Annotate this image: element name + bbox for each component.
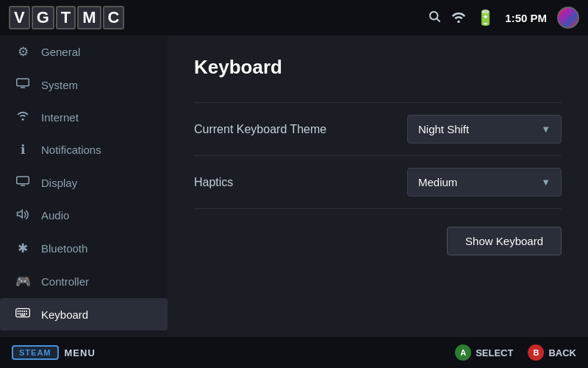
sidebar-label-internet: Internet xyxy=(41,111,79,124)
sidebar-item-system[interactable]: System xyxy=(0,68,168,101)
back-action[interactable]: B BACK xyxy=(528,344,576,361)
sidebar-label-display: Display xyxy=(41,177,77,189)
steam-button[interactable]: STEAM MENU xyxy=(12,345,96,360)
svg-point-2 xyxy=(458,20,460,22)
sidebar-label-keyboard: Keyboard xyxy=(41,308,88,321)
main-layout: ⚙ General System Internet ℹ xyxy=(0,35,588,337)
sidebar-item-audio[interactable]: Audio xyxy=(0,199,168,232)
theme-row: Current Keyboard Theme Night Shift ▼ xyxy=(194,102,562,156)
sidebar-label-system: System xyxy=(41,79,78,91)
svg-point-5 xyxy=(22,118,24,121)
svg-line-1 xyxy=(437,18,440,21)
sidebar-item-general[interactable]: ⚙ General xyxy=(0,35,168,68)
svg-rect-3 xyxy=(17,79,29,86)
haptics-dropdown-value: Medium xyxy=(418,176,457,188)
haptics-row: Haptics Medium ▼ xyxy=(194,156,562,209)
logo-letter-t: T xyxy=(56,6,76,29)
theme-dropdown[interactable]: Night Shift ▼ xyxy=(407,115,562,144)
sidebar-label-notifications: Notifications xyxy=(41,144,101,156)
back-label: BACK xyxy=(548,347,576,358)
theme-label: Current Keyboard Theme xyxy=(194,123,326,136)
logo-letter-c: C xyxy=(103,6,125,29)
internet-icon xyxy=(15,110,31,124)
select-label: SELECT xyxy=(476,347,513,358)
steam-logo: STEAM xyxy=(12,345,59,360)
display-icon xyxy=(15,175,31,190)
topbar-time: 1:50 PM xyxy=(505,12,547,24)
page-title: Keyboard xyxy=(194,56,562,79)
bluetooth-icon: ✱ xyxy=(15,241,31,256)
logo: V G T M C xyxy=(9,5,118,30)
sidebar-item-friends[interactable]: 👥 Friends & Chat xyxy=(0,330,168,337)
svg-rect-6 xyxy=(17,177,29,184)
sidebar-item-internet[interactable]: Internet xyxy=(0,101,168,133)
menu-label: MENU xyxy=(65,347,96,358)
haptics-dropdown-arrow: ▼ xyxy=(541,177,551,188)
logo-letter-g: G xyxy=(32,6,54,29)
select-action[interactable]: A SELECT xyxy=(455,344,513,361)
sidebar-label-general: General xyxy=(41,46,80,58)
search-icon[interactable] xyxy=(428,10,441,26)
audio-icon xyxy=(15,208,31,223)
sidebar-item-keyboard[interactable]: Keyboard xyxy=(0,298,168,330)
b-button: B xyxy=(528,344,544,361)
bottom-actions: A SELECT B BACK xyxy=(455,344,576,361)
svg-point-0 xyxy=(430,12,438,20)
content-area: Keyboard Current Keyboard Theme Night Sh… xyxy=(168,35,588,337)
sidebar-label-bluetooth: Bluetooth xyxy=(41,242,87,255)
general-icon: ⚙ xyxy=(15,44,31,60)
sidebar: ⚙ General System Internet ℹ xyxy=(0,35,168,337)
sidebar-label-audio: Audio xyxy=(41,209,69,222)
wifi-icon xyxy=(451,10,466,26)
notifications-icon: ℹ xyxy=(15,142,31,158)
topbar: V G T M C 🔋 1:50 PM xyxy=(0,0,588,35)
logo-letter-v: V xyxy=(9,6,30,29)
sidebar-label-controller: Controller xyxy=(41,275,89,288)
show-keyboard-button[interactable]: Show Keyboard xyxy=(447,227,562,255)
theme-dropdown-arrow: ▼ xyxy=(541,124,551,135)
sidebar-item-controller[interactable]: 🎮 Controller xyxy=(0,265,168,298)
keyboard-icon xyxy=(15,307,31,322)
battery-icon: 🔋 xyxy=(476,9,495,26)
sidebar-item-bluetooth[interactable]: ✱ Bluetooth xyxy=(0,232,168,265)
sidebar-item-notifications[interactable]: ℹ Notifications xyxy=(0,133,168,166)
system-icon xyxy=(15,77,31,92)
haptics-label: Haptics xyxy=(194,176,233,189)
show-keyboard-container: Show Keyboard xyxy=(194,227,562,255)
a-button: A xyxy=(455,344,471,361)
logo-letter-m: M xyxy=(77,6,101,29)
sidebar-item-display[interactable]: Display xyxy=(0,166,168,199)
topbar-icons: 🔋 1:50 PM xyxy=(428,7,579,29)
haptics-dropdown[interactable]: Medium ▼ xyxy=(407,168,562,197)
svg-marker-8 xyxy=(18,210,23,219)
theme-dropdown-value: Night Shift xyxy=(418,123,469,135)
controller-icon: 🎮 xyxy=(15,274,31,289)
avatar[interactable] xyxy=(557,7,579,29)
bottombar: STEAM MENU A SELECT B BACK xyxy=(0,337,588,368)
